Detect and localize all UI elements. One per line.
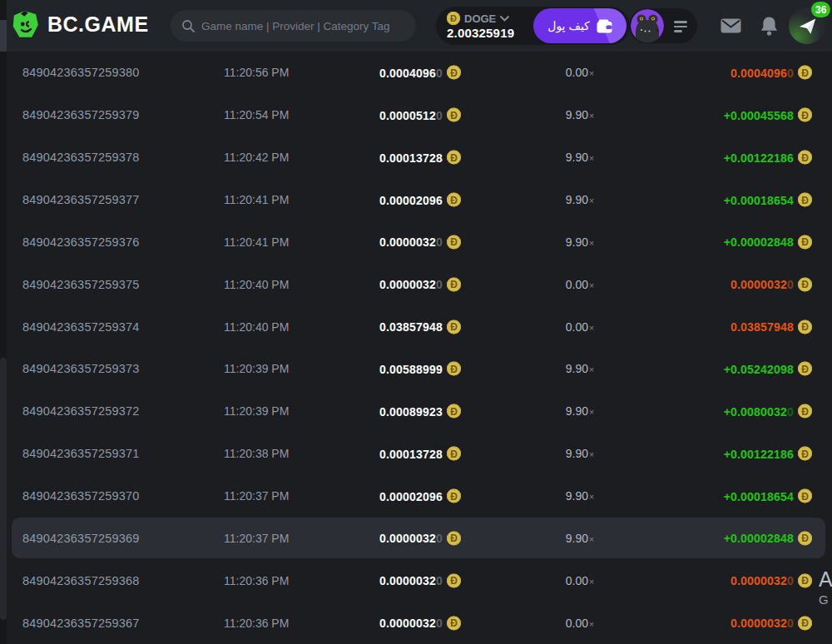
times-symbol: × xyxy=(589,619,594,629)
payout-amount: 0.00000320 Ð xyxy=(730,616,812,630)
payout-amount: +0.00002848 Ð xyxy=(724,235,812,249)
doge-coin-icon: Ð xyxy=(798,151,812,165)
bet-time: 11:20:41 PM xyxy=(224,235,289,249)
bet-time: 11:20:37 PM xyxy=(224,532,289,545)
doge-coin-icon: Ð xyxy=(447,531,461,545)
doge-coin-icon: Ð xyxy=(798,404,812,419)
wallet-button[interactable]: كيف پول xyxy=(533,8,626,43)
table-row[interactable]: 84904236357259378 11:20:42 PM 0.00013728… xyxy=(7,136,832,179)
table-row[interactable]: 84904236357259380 11:20:56 PM 0.00040960… xyxy=(7,52,832,94)
doge-coin-icon: Ð xyxy=(447,193,461,207)
wallet-balance: 2.00325919 xyxy=(447,26,514,40)
doge-coin-icon: Ð xyxy=(798,277,812,291)
payout-amount: +0.00800320 Ð xyxy=(724,404,812,419)
bet-time: 11:20:40 PM xyxy=(224,278,289,291)
table-row[interactable]: 84904236357259375 11:20:40 PM 0.00000320… xyxy=(7,263,832,305)
doge-coin-icon: Ð xyxy=(798,320,812,334)
bet-id: 84904236357259367 xyxy=(22,617,140,630)
doge-coin-icon: Ð xyxy=(798,66,812,80)
bet-amount: 0.00000320 Ð xyxy=(379,573,461,587)
times-symbol: × xyxy=(589,364,594,374)
bet-amount: 0.00005120 Ð xyxy=(379,108,461,122)
bet-id: 84904236357259372 xyxy=(22,404,140,418)
table-row[interactable]: 84904236357259379 11:20:54 PM 0.00005120… xyxy=(7,94,832,136)
payout-amount: 0.00040960 Ð xyxy=(730,66,812,80)
times-symbol: × xyxy=(589,196,594,206)
bet-id: 84904236357259378 xyxy=(22,151,140,164)
bet-time: 11:20:56 PM xyxy=(224,66,289,79)
bet-amount: 0.00000320 Ð xyxy=(379,277,461,291)
doge-coin-icon: Ð xyxy=(447,277,461,291)
multiplier: 9.90× xyxy=(566,447,594,460)
bcgame-logo-icon xyxy=(11,10,40,39)
bet-time: 11:20:37 PM xyxy=(224,489,289,503)
notifications-bell-icon[interactable] xyxy=(760,0,778,52)
bet-id: 84904236357259369 xyxy=(22,532,140,545)
clipped-background-text-1: A xyxy=(819,567,832,592)
bet-id: 84904236357259371 xyxy=(22,447,140,460)
brand-name: BC.GAME xyxy=(47,12,149,37)
multiplier: 9.90× xyxy=(566,151,594,164)
bet-id: 84904236357259375 xyxy=(22,278,140,291)
table-row[interactable]: 84904236357259372 11:20:39 PM 0.00089923… xyxy=(7,390,832,433)
payout-amount: +0.00045568 Ð xyxy=(724,108,812,122)
mail-icon[interactable] xyxy=(721,0,741,52)
search-input[interactable] xyxy=(201,20,405,32)
bet-table: 84904236357259380 11:20:56 PM 0.00040960… xyxy=(7,52,832,644)
bet-list-menu-icon[interactable] xyxy=(674,21,687,32)
table-row[interactable]: 84904236357259377 11:20:41 PM 0.00002096… xyxy=(7,179,832,221)
bet-time: 11:20:38 PM xyxy=(224,447,289,460)
doge-coin-icon: Ð xyxy=(447,362,461,376)
user-avatar[interactable] xyxy=(631,9,664,42)
doge-coin-icon: Ð xyxy=(447,235,461,249)
multiplier: 0.00× xyxy=(566,66,594,79)
brand-logo[interactable]: BC.GAME xyxy=(11,10,149,39)
payout-amount: 0.03857948 Ð xyxy=(730,320,812,334)
doge-coin-icon: Ð xyxy=(447,404,461,419)
payout-amount: +0.05242098 Ð xyxy=(724,362,812,376)
multiplier: 0.00× xyxy=(566,617,594,630)
multiplier: 9.90× xyxy=(566,235,594,249)
table-row[interactable]: 84904236357259369 11:20:37 PM 0.00000320… xyxy=(7,517,832,559)
search-icon xyxy=(181,19,195,32)
left-scrollbar-track xyxy=(0,0,7,644)
table-row[interactable]: 84904236357259367 11:20:36 PM 0.00000320… xyxy=(7,602,832,644)
doge-coin-icon: Ð xyxy=(798,447,812,461)
game-search[interactable] xyxy=(171,10,416,42)
doge-coin-icon: Ð xyxy=(798,531,812,545)
table-row[interactable]: 84904236357259371 11:20:38 PM 0.00013728… xyxy=(7,433,832,475)
bet-time: 11:20:36 PM xyxy=(224,617,289,630)
bet-id: 84904236357259377 xyxy=(22,193,140,206)
bet-amount: 0.00013728 Ð xyxy=(379,447,461,461)
doge-coin-icon: Ð xyxy=(798,616,812,630)
doge-coin-icon: Ð xyxy=(798,235,812,249)
times-symbol: × xyxy=(589,68,594,78)
scrollbar-thumb[interactable] xyxy=(0,358,7,620)
doge-coin-icon: Ð xyxy=(447,447,461,461)
bet-time: 11:20:39 PM xyxy=(224,404,289,418)
doge-coin-icon: Ð xyxy=(447,12,460,25)
times-symbol: × xyxy=(589,238,594,248)
bet-id: 84904236357259368 xyxy=(22,574,140,587)
table-row[interactable]: 84904236357259368 11:20:36 PM 0.00000320… xyxy=(7,559,832,602)
table-row[interactable]: 84904236357259373 11:20:39 PM 0.00588999… xyxy=(7,348,832,390)
doge-coin-icon: Ð xyxy=(447,616,461,630)
table-row[interactable]: 84904236357259374 11:20:40 PM 0.03857948… xyxy=(7,305,832,348)
payout-amount: 0.00000320 Ð xyxy=(730,277,812,291)
payout-amount: +0.00018654 Ð xyxy=(724,193,812,207)
times-symbol: × xyxy=(589,534,594,544)
multiplier: 0.00× xyxy=(566,278,594,291)
table-row[interactable]: 84904236357259376 11:20:41 PM 0.00000320… xyxy=(7,220,832,263)
bet-amount: 0.00000320 Ð xyxy=(379,616,461,630)
bet-amount: 0.00002096 Ð xyxy=(379,193,461,207)
multiplier: 0.00× xyxy=(566,320,594,334)
currency-code: DOGE xyxy=(464,12,496,25)
bet-id: 84904236357259379 xyxy=(22,108,140,121)
chat-send-icon xyxy=(798,17,817,36)
multiplier: 9.90× xyxy=(566,489,594,503)
clipped-background-text-2: G xyxy=(819,592,829,607)
doge-coin-icon: Ð xyxy=(447,573,461,587)
table-row[interactable]: 84904236357259370 11:20:37 PM 0.00002096… xyxy=(7,475,832,518)
payout-amount: +0.00122186 Ð xyxy=(724,151,812,165)
chevron-down-icon xyxy=(500,16,509,22)
